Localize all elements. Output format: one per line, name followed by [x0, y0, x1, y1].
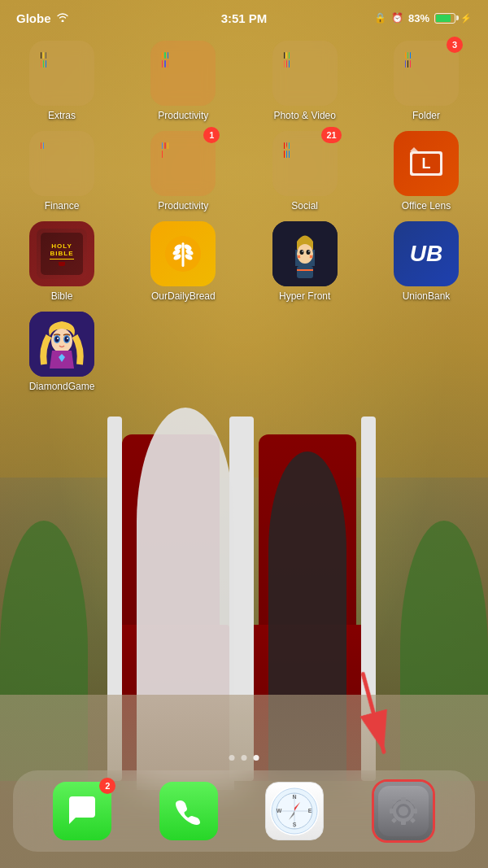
status-right: 🔒 ⏰ 83% ⚡: [374, 12, 472, 24]
svg-point-56: [399, 806, 408, 816]
battery-fill: [436, 15, 451, 22]
dock-item-phone[interactable]: [159, 782, 218, 840]
app-grid: Extras Productivity: [0, 41, 488, 402]
unionbank-icon[interactable]: UB: [394, 221, 459, 286]
svg-point-26: [55, 337, 59, 342]
diamond-game-icon[interactable]: [29, 312, 94, 377]
app-item-folder1[interactable]: 3 Folder: [377, 41, 475, 121]
app-item-unionbank[interactable]: UB UnionBank: [377, 221, 475, 302]
svg-rect-47: [401, 797, 406, 802]
app-item-extras[interactable]: Extras: [13, 41, 111, 121]
empty-icon-2: [272, 312, 338, 377]
ub-text-label: UB: [410, 241, 442, 267]
empty-icon-3: [394, 312, 459, 377]
page-dot-2: [242, 755, 247, 761]
office-lens-label: Office Lens: [402, 200, 451, 212]
productivity2-label: Productivity: [158, 200, 208, 212]
svg-line-32: [334, 674, 412, 752]
app-item-bible[interactable]: HOLY BIBLE Bible: [13, 221, 111, 302]
app-item-finance[interactable]: Finance: [13, 131, 111, 212]
folder1-badge: 3: [447, 37, 463, 53]
folder1-label: Folder: [412, 110, 440, 121]
social-label: Social: [291, 200, 318, 212]
svg-text:N: N: [293, 794, 297, 800]
daily-bread-icon[interactable]: [150, 221, 216, 286]
app-item-productivity1[interactable]: Productivity: [134, 41, 232, 121]
battery-percent: 83%: [408, 12, 429, 24]
dock-item-settings[interactable]: [372, 779, 435, 843]
svg-point-12: [297, 244, 313, 264]
svg-point-14: [306, 250, 310, 255]
svg-rect-21: [297, 266, 313, 278]
app-item-hyper-front[interactable]: Hyper Front: [256, 221, 354, 302]
svg-rect-50: [412, 809, 417, 813]
svg-text:S: S: [293, 822, 297, 827]
social-badge: 21: [321, 127, 341, 143]
svg-text:L: L: [421, 155, 430, 172]
bible-label: Bible: [51, 290, 73, 302]
daily-bread-label: OurDailyBread: [151, 290, 216, 302]
app-item-daily-bread[interactable]: OurDailyBread: [134, 221, 232, 302]
svg-text:W: W: [277, 808, 282, 813]
office-lens-icon[interactable]: L: [394, 131, 459, 196]
productivity1-icon[interactable]: [150, 41, 216, 106]
app-row-4: DiamondGame: [13, 312, 475, 392]
dock: 2 N S E W: [13, 770, 475, 852]
safari-icon[interactable]: N S E W: [265, 782, 324, 840]
app-row-1: Extras Productivity: [13, 41, 475, 121]
phone-icon[interactable]: [159, 782, 218, 840]
unionbank-label: UnionBank: [403, 290, 451, 302]
page-dot-3: [254, 755, 259, 761]
photo-video-icon[interactable]: [272, 41, 338, 106]
lock-icon: 🔒: [374, 12, 386, 24]
page-dots: [229, 755, 259, 761]
settings-icon[interactable]: [374, 782, 433, 840]
app-item-social[interactable]: 21 Social: [256, 131, 354, 212]
diamond-game-label: DiamondGame: [29, 381, 95, 392]
productivity2-badge: 1: [203, 127, 220, 143]
settings-highlight: [372, 779, 435, 843]
app-row-2: Finance 1 Productivity: [13, 131, 475, 212]
bible-icon[interactable]: HOLY BIBLE: [29, 221, 94, 286]
battery-bar: [434, 13, 455, 24]
svg-point-27: [65, 337, 69, 342]
empty-slot-3: [377, 312, 475, 392]
svg-point-15: [302, 251, 303, 252]
status-left: Globe: [16, 11, 69, 25]
svg-text:E: E: [308, 808, 312, 813]
svg-point-16: [308, 251, 310, 252]
alarm-icon: ⏰: [391, 12, 403, 24]
svg-point-28: [57, 338, 59, 339]
svg-rect-48: [401, 820, 406, 825]
time-display: 3:51 PM: [221, 11, 268, 25]
wifi-icon: [56, 12, 69, 24]
app-item-productivity2[interactable]: 1 Productivity: [134, 131, 232, 212]
dock-item-safari[interactable]: N S E W: [265, 782, 324, 840]
dock-item-messages[interactable]: 2: [53, 782, 111, 840]
hyper-front-icon[interactable]: [272, 221, 338, 286]
hyper-front-label: Hyper Front: [279, 290, 330, 302]
charging-icon: ⚡: [460, 13, 472, 24]
svg-rect-4: [182, 242, 185, 267]
productivity1-label: Productivity: [158, 110, 208, 121]
finance-icon[interactable]: [29, 131, 94, 196]
carrier-label: Globe: [16, 11, 51, 25]
app-item-photo-video[interactable]: Photo & Video: [256, 41, 354, 121]
photo-video-label: Photo & Video: [273, 110, 336, 121]
extras-icon[interactable]: [29, 41, 94, 106]
status-bar: Globe 3:51 PM 🔒 ⏰ 83% ⚡: [0, 0, 488, 36]
messages-badge: 2: [99, 778, 115, 794]
page-dot-1: [229, 755, 235, 761]
app-item-diamond-game[interactable]: DiamondGame: [13, 312, 111, 392]
empty-icon-1: [150, 312, 216, 377]
empty-slot-1: [134, 312, 232, 392]
svg-point-13: [299, 250, 303, 255]
finance-label: Finance: [45, 200, 80, 212]
app-item-office-lens[interactable]: L Office Lens: [377, 131, 475, 212]
empty-slot-2: [256, 312, 354, 392]
svg-point-29: [67, 338, 68, 339]
app-row-3: HOLY BIBLE Bible: [13, 221, 475, 302]
svg-rect-49: [390, 809, 394, 813]
extras-label: Extras: [48, 110, 76, 121]
